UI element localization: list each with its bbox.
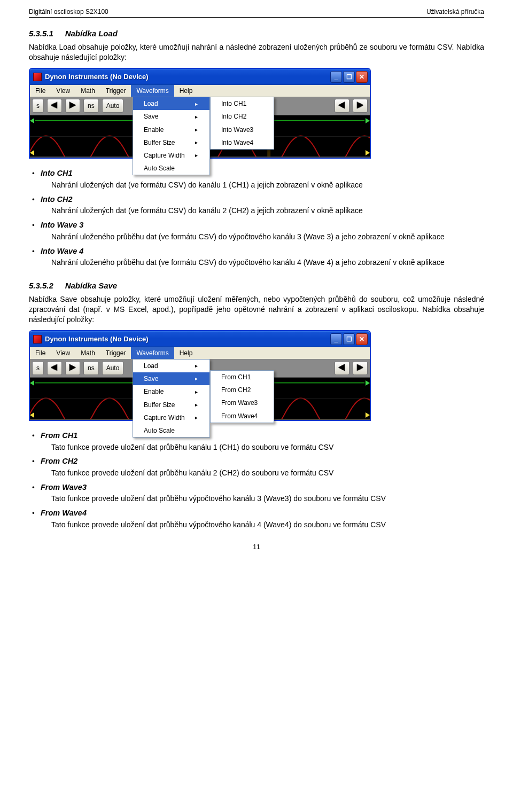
app-icon [33, 335, 42, 343]
menu-file[interactable]: File [30, 85, 51, 97]
bullets-load: •Into CH1 Nahrání uložených dat (ve form… [29, 168, 484, 268]
menu-help[interactable]: Help [174, 347, 198, 359]
tbtn-left-icon[interactable]: ⯇ [47, 99, 62, 113]
page-number: 11 [29, 543, 484, 551]
tbtn-back-icon[interactable]: ⯇ [335, 99, 349, 113]
bullet-into-wave3: •Into Wave 3 Nahrání uloženého průběhu d… [29, 220, 484, 241]
marker-yellow-right-icon [366, 150, 370, 155]
submenu-intoch2[interactable]: Into CH2 [211, 110, 274, 123]
dropdown-autoscale[interactable]: Auto Scale [133, 424, 209, 437]
tbtn-ns[interactable]: ns [83, 361, 99, 375]
dropdown-enable[interactable]: Enable▸ [133, 123, 209, 136]
page-header: Digitální osciloskop S2X100 Uživatelská … [29, 7, 484, 18]
marker-yellow-right-icon [366, 412, 370, 418]
tbtn-s[interactable]: s [32, 361, 44, 375]
section-1-head: 5.3.5.1 Nabídka Load [29, 28, 484, 39]
header-right: Uživatelská příručka [426, 7, 484, 16]
menubar: File View Math Trigger Waveforms Help [30, 347, 370, 359]
dropdown-buffersize[interactable]: Buffer Size▸ [133, 136, 209, 149]
section-1-num: 5.3.5.1 [29, 29, 53, 38]
bullet-dot-icon: • [29, 509, 41, 518]
tbtn-right-icon[interactable]: ⯈ [65, 361, 80, 375]
bullet-dot-icon: • [29, 457, 41, 466]
screenshot-2: Dynon Instruments (No Device) _ ☐ ✕ File… [29, 330, 484, 421]
bullet-dot-icon: • [29, 247, 41, 256]
menu-trigger[interactable]: Trigger [100, 85, 131, 97]
marker-yellow-left-icon [30, 412, 34, 418]
menu-waveforms[interactable]: Waveforms [131, 347, 174, 359]
app-title: Dynon Instruments (No Device) [45, 72, 330, 82]
bullet-dot-icon: • [29, 431, 41, 441]
bullet-from-ch1: •From CH1 Tato funkce provede uložení da… [29, 431, 484, 452]
minimize-button[interactable]: _ [330, 333, 342, 345]
dropdown-load[interactable]: Load▸ [133, 360, 209, 372]
submenu-intoch1[interactable]: Into CH1 [211, 97, 274, 110]
dropdown-save[interactable]: Save▸ [133, 110, 209, 123]
tbtn-s[interactable]: s [32, 99, 44, 113]
menu-help[interactable]: Help [174, 85, 198, 97]
dropdown-capwidth[interactable]: Capture Width▸ [133, 149, 209, 162]
menu-waveforms[interactable]: Waveforms [131, 85, 174, 97]
save-submenu: From CH1 From CH2 From Wave3 From Wave4 [210, 370, 274, 423]
titlebar: Dynon Instruments (No Device) _ ☐ ✕ [30, 69, 370, 85]
submenu-fromwave3[interactable]: From Wave3 [211, 396, 274, 409]
maximize-button[interactable]: ☐ [343, 71, 355, 83]
section-2-para: Nabídka Save obsahuje položky, které umo… [29, 294, 484, 325]
dropdown-buffersize[interactable]: Buffer Size▸ [133, 399, 209, 411]
tbtn-fwd-icon[interactable]: ⯈ [353, 361, 368, 375]
section-1-para: Nabídka Load obsahuje položky, které umo… [29, 42, 484, 63]
bullet-from-wave4: •From Wave4 Tato funkce provede uložení … [29, 508, 484, 529]
bullet-into-wave4: •Into Wave 4 Nahrání uloženého průběhu d… [29, 246, 484, 268]
minimize-button[interactable]: _ [330, 71, 342, 83]
menu-view[interactable]: View [51, 347, 75, 359]
menu-file[interactable]: File [30, 347, 51, 359]
app-window: Dynon Instruments (No Device) _ ☐ ✕ File… [29, 330, 371, 421]
bullet-dot-icon: • [29, 483, 41, 493]
bullet-dot-icon: • [29, 195, 41, 205]
titlebar: Dynon Instruments (No Device) _ ☐ ✕ [30, 331, 370, 347]
dropdown-load[interactable]: Load▸ [133, 97, 209, 110]
marker-green-left-icon [30, 118, 34, 123]
submenu-intowave4[interactable]: Into Wave4 [211, 136, 274, 149]
tbtn-back-icon[interactable]: ⯇ [335, 361, 349, 375]
submenu-fromch2[interactable]: From CH2 [211, 384, 274, 396]
submenu-fromch1[interactable]: From CH1 [211, 371, 274, 384]
menu-math[interactable]: Math [75, 85, 100, 97]
dropdown-autoscale[interactable]: Auto Scale [133, 162, 209, 175]
app-window: Dynon Instruments (No Device) _ ☐ ✕ File… [29, 68, 371, 159]
submenu-intowave3[interactable]: Into Wave3 [211, 123, 274, 136]
tbtn-fwd-icon[interactable]: ⯈ [353, 99, 368, 113]
tbtn-auto[interactable]: Auto [102, 361, 124, 375]
menu-view[interactable]: View [51, 85, 75, 97]
dropdown-save[interactable]: Save▸ [133, 372, 209, 385]
submenu-fromwave4[interactable]: From Wave4 [211, 410, 274, 423]
bullet-into-ch2: •Into CH2 Nahrání uložených dat (ve form… [29, 194, 484, 216]
section-2-title: Nabídka Save [65, 281, 118, 290]
bullet-dot-icon: • [29, 221, 41, 230]
close-button[interactable]: ✕ [356, 333, 368, 345]
marker-green-right-icon [366, 118, 370, 123]
bullets-save: •From CH1 Tato funkce provede uložení da… [29, 431, 484, 530]
section-2-num: 5.3.5.2 [29, 281, 53, 290]
screenshot-1: Dynon Instruments (No Device) _ ☐ ✕ File… [29, 68, 484, 159]
waveforms-dropdown: Load▸ Save▸ Enable▸ Buffer Size▸ Capture… [133, 359, 210, 438]
app-icon [33, 73, 42, 81]
waveforms-dropdown: Load▸ Save▸ Enable▸ Buffer Size▸ Capture… [133, 97, 210, 175]
bullet-from-wave3: •From Wave3 Tato funkce provede uložení … [29, 482, 484, 504]
dropdown-capwidth[interactable]: Capture Width▸ [133, 411, 209, 424]
close-button[interactable]: ✕ [356, 71, 368, 83]
tbtn-right-icon[interactable]: ⯈ [65, 99, 80, 113]
menu-math[interactable]: Math [75, 347, 100, 359]
bullet-dot-icon: • [29, 169, 41, 178]
tbtn-left-icon[interactable]: ⯇ [47, 361, 62, 375]
menu-trigger[interactable]: Trigger [100, 347, 131, 359]
app-title: Dynon Instruments (No Device) [45, 334, 330, 344]
marker-green-right-icon [366, 380, 370, 386]
maximize-button[interactable]: ☐ [343, 333, 355, 345]
load-submenu: Into CH1 Into CH2 Into Wave3 Into Wave4 [210, 97, 274, 150]
tbtn-auto[interactable]: Auto [102, 99, 124, 113]
menubar: File View Math Trigger Waveforms Help [30, 85, 370, 97]
dropdown-enable[interactable]: Enable▸ [133, 385, 209, 398]
tbtn-ns[interactable]: ns [83, 99, 99, 113]
section-2-head: 5.3.5.2 Nabídka Save [29, 280, 484, 291]
